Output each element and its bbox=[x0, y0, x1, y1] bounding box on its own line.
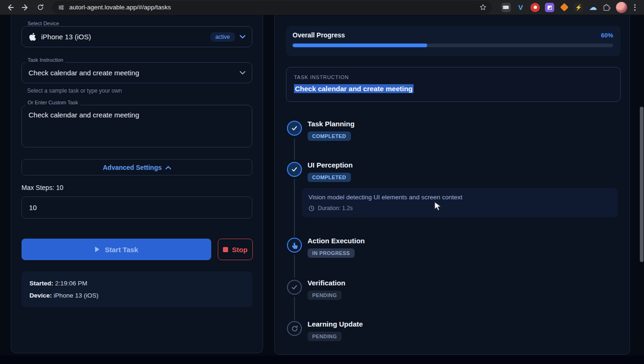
step-title: Action Execution bbox=[308, 236, 365, 246]
bottom-strip bbox=[0, 356, 644, 364]
check-circle-icon bbox=[287, 162, 302, 177]
step-task-planning: Task Planning COMPLETED bbox=[287, 118, 620, 141]
advanced-settings-label: Advanced Settings bbox=[103, 164, 162, 171]
task-instruction-value: Check calendar and create meeting bbox=[29, 69, 235, 77]
device-label: Device: bbox=[29, 292, 52, 299]
hand-pointer-icon bbox=[287, 238, 302, 253]
duration-row: Duration: 1.2s bbox=[308, 205, 611, 211]
extension-icon-red[interactable] bbox=[530, 3, 540, 12]
device-select-value: iPhone 13 (iOS) bbox=[41, 33, 206, 41]
stop-square-icon bbox=[223, 247, 228, 252]
task-instruction-box: TASK INSTRUCTION Check calendar and crea… bbox=[286, 67, 621, 102]
step-title: Task Planning bbox=[308, 119, 355, 129]
step-content: Action Execution IN PROGRESS bbox=[308, 235, 365, 258]
url-text[interactable]: autorl-agent.lovable.app/#/app/tasks bbox=[69, 4, 475, 11]
profile-avatar[interactable] bbox=[616, 2, 627, 13]
step-ui-perception: UI Perception COMPLETED Vision model det… bbox=[287, 159, 620, 217]
play-icon bbox=[94, 246, 100, 253]
custom-task-textarea[interactable]: Check calendar and create meeting bbox=[21, 105, 252, 147]
execution-panel: Overall Progress 60% TASK INSTRUCTION Ch… bbox=[274, 15, 630, 355]
started-row: Started: 2:19:06 PM bbox=[29, 277, 244, 290]
step-content: Learning Update PENDING bbox=[308, 318, 363, 341]
status-badge: COMPLETED bbox=[308, 173, 351, 182]
timeline-connector bbox=[294, 138, 295, 160]
overall-progress-box: Overall Progress 60% bbox=[286, 26, 621, 56]
advanced-settings-button[interactable]: Advanced Settings bbox=[21, 159, 252, 175]
extension-icon-lightning[interactable]: ⚡ bbox=[574, 3, 583, 12]
task-instruction-label: Task Instruction bbox=[25, 57, 65, 63]
step-title: Verification bbox=[308, 278, 345, 288]
chevron-up-icon bbox=[165, 166, 171, 169]
browser-menu-button[interactable] bbox=[629, 2, 640, 13]
step-verification: Verification PENDING bbox=[287, 277, 620, 300]
task-instruction-select[interactable]: Check calendar and create meeting bbox=[21, 62, 252, 83]
step-content: UI Perception COMPLETED Vision model det… bbox=[308, 159, 618, 217]
screen: { "browser": { "url": "autorl-agent.lova… bbox=[0, 0, 644, 364]
step-detail-box: Vision model detecting UI elements and s… bbox=[302, 188, 618, 217]
task-helper-text: Select a sample task or type your own bbox=[27, 87, 122, 94]
refresh-icon bbox=[287, 321, 302, 336]
device-value: iPhone 13 (iOS) bbox=[54, 292, 99, 299]
max-steps-label: Max Steps: 10 bbox=[21, 184, 64, 191]
scrollbar-thumb[interactable] bbox=[640, 107, 644, 262]
task-config-panel: Select Device iPhone 13 (iOS) active Tas… bbox=[11, 15, 263, 353]
stop-button[interactable]: Stop bbox=[218, 239, 253, 260]
stop-label: Stop bbox=[232, 246, 247, 254]
extension-icon-purple[interactable]: ◩ bbox=[545, 3, 554, 12]
run-status-box: Started: 2:19:06 PM Device: iPhone 13 (i… bbox=[21, 271, 252, 307]
progress-fill bbox=[293, 44, 427, 47]
address-bar[interactable]: autorl-agent.lovable.app/#/app/tasks bbox=[52, 1, 492, 14]
duration-text: Duration: 1.2s bbox=[318, 205, 353, 211]
bookmark-star-icon[interactable] bbox=[479, 4, 487, 11]
task-instruction-text: Check calendar and create meeting bbox=[294, 85, 414, 93]
clock-icon bbox=[308, 205, 315, 211]
step-content: Verification PENDING bbox=[308, 277, 345, 300]
site-info-icon[interactable] bbox=[58, 4, 64, 11]
chevron-down-icon bbox=[240, 35, 245, 39]
reload-button[interactable] bbox=[34, 1, 47, 14]
device-select[interactable]: iPhone 13 (iOS) active bbox=[21, 26, 252, 47]
step-learning-update: Learning Update PENDING bbox=[287, 318, 620, 341]
step-title: Learning Update bbox=[308, 320, 363, 329]
extension-icon-keyboard[interactable]: ⌨ bbox=[501, 3, 511, 12]
started-label: Started: bbox=[29, 280, 53, 287]
device-row: Device: iPhone 13 (iOS) bbox=[29, 290, 244, 302]
chevron-down-icon bbox=[240, 71, 245, 75]
step-content: Task Planning COMPLETED bbox=[308, 118, 355, 141]
status-badge: PENDING bbox=[308, 332, 342, 341]
started-value: 2:19:06 PM bbox=[55, 280, 87, 287]
check-circle-icon bbox=[287, 280, 302, 295]
max-steps-input[interactable] bbox=[21, 197, 252, 218]
check-circle-icon bbox=[287, 121, 302, 136]
timeline-connector bbox=[294, 255, 295, 278]
step-title: UI Perception bbox=[308, 160, 618, 170]
extensions-row: ⌨ V ◩ ⚡ ☁ bbox=[498, 3, 614, 12]
extension-icon-fox[interactable] bbox=[559, 3, 569, 12]
timeline-connector bbox=[294, 297, 295, 320]
step-detail-text: Vision model detecting UI elements and s… bbox=[308, 194, 611, 201]
extension-icon-v[interactable]: V bbox=[516, 3, 525, 12]
custom-task-label: Or Enter Custom Task bbox=[25, 100, 80, 105]
extensions-puzzle-icon[interactable] bbox=[603, 4, 610, 11]
back-button[interactable] bbox=[4, 1, 17, 14]
overall-progress-label: Overall Progress bbox=[293, 31, 345, 39]
device-active-badge: active bbox=[210, 32, 235, 42]
start-task-button[interactable]: Start Task bbox=[21, 239, 211, 260]
extension-icon-cloud[interactable]: ☁ bbox=[588, 3, 598, 12]
task-instruction-heading: TASK INSTRUCTION bbox=[294, 74, 349, 80]
forward-icon bbox=[21, 4, 29, 11]
back-icon bbox=[7, 4, 14, 11]
apple-icon bbox=[29, 32, 36, 41]
browser-toolbar: autorl-agent.lovable.app/#/app/tasks ⌨ V… bbox=[0, 0, 644, 15]
app-page: Select Device iPhone 13 (iOS) active Tas… bbox=[0, 15, 644, 364]
status-badge: COMPLETED bbox=[308, 131, 351, 141]
status-badge: IN PROGRESS bbox=[308, 248, 355, 258]
overall-progress-percent: 60% bbox=[601, 32, 613, 39]
status-badge: PENDING bbox=[308, 291, 342, 300]
selected-text: Check calendar and create meeting bbox=[294, 84, 414, 93]
device-select-label: Select Device bbox=[25, 21, 61, 26]
step-action-execution: Action Execution IN PROGRESS bbox=[287, 235, 620, 258]
progress-bar-track bbox=[293, 44, 613, 47]
forward-button[interactable] bbox=[19, 1, 32, 14]
start-task-label: Start Task bbox=[105, 246, 138, 254]
